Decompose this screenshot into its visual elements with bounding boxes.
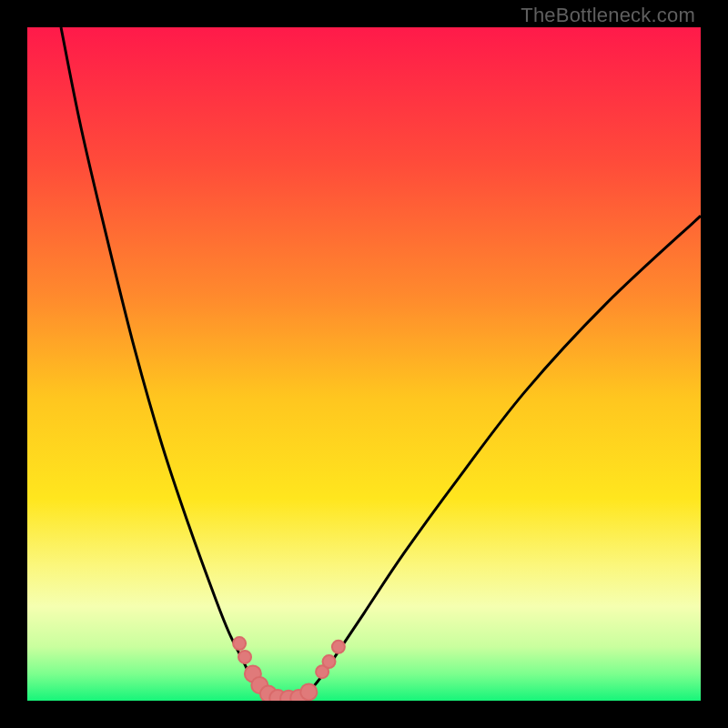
curve-marker xyxy=(233,637,246,650)
curve-marker xyxy=(238,651,251,663)
curve-marker xyxy=(300,683,317,700)
curve-left-branch xyxy=(61,27,269,697)
plot-area xyxy=(27,27,701,701)
curve-marker xyxy=(323,655,336,668)
curve-right-branch xyxy=(303,216,701,697)
watermark-text: TheBottleneck.com xyxy=(521,4,695,27)
curve-marker xyxy=(332,641,345,653)
curve-markers xyxy=(233,637,345,701)
frame: TheBottleneck.com xyxy=(0,0,728,728)
bottleneck-curve xyxy=(27,27,701,701)
